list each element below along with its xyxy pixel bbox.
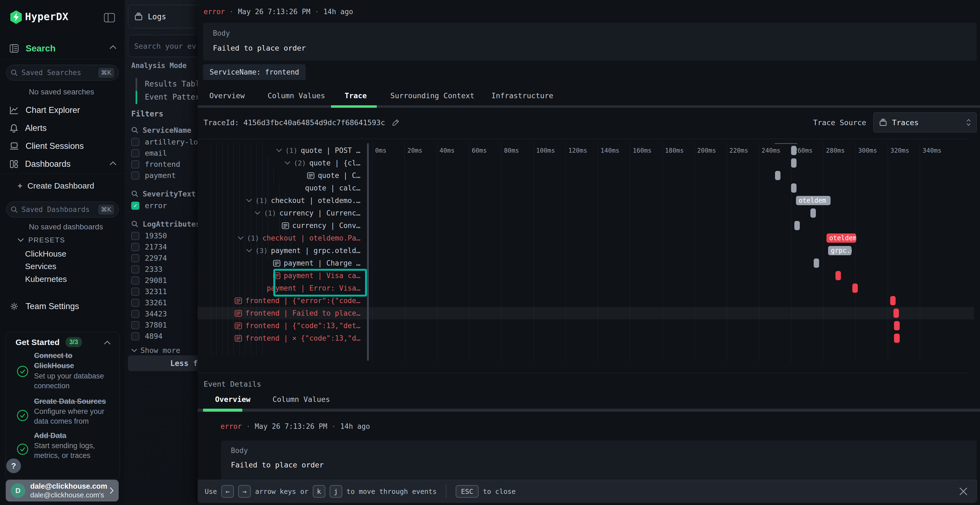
trace-source-select[interactable]: Traces	[873, 113, 977, 132]
filter-item-label: 4894	[145, 332, 162, 340]
saved-dashboards-input[interactable]: Saved Dashboards ⌘K	[6, 202, 119, 218]
hyperdx-logo-icon[interactable]	[10, 10, 22, 24]
span-bar-8[interactable]: oteldem	[826, 233, 856, 243]
checkbox-unchecked[interactable]	[131, 332, 139, 340]
gs-item-title[interactable]: Connect to ClickHouse	[34, 351, 108, 371]
tab-infrastructure[interactable]: Infrastructure	[492, 91, 554, 100]
span-bar-13[interactable]	[890, 296, 896, 305]
span-bar-11[interactable]	[835, 271, 841, 280]
span-bar-3[interactable]	[775, 171, 780, 180]
saved-searches-input[interactable]: Saved Searches ⌘K	[6, 65, 119, 81]
create-dashboard-button[interactable]: + Create Dashboard	[18, 179, 118, 192]
checkbox-unchecked[interactable]	[131, 276, 139, 284]
tab-trace[interactable]: Trace	[345, 91, 367, 100]
gridline	[501, 141, 501, 362]
span-bar-10[interactable]	[814, 259, 819, 268]
chevron-down-icon[interactable]	[276, 149, 282, 152]
span-bar-6[interactable]	[810, 208, 816, 218]
service-name-chip[interactable]: ServiceName: frontend	[203, 64, 306, 80]
tab-surrounding-context[interactable]: Surrounding Context	[390, 91, 474, 100]
edit-pencil-icon[interactable]	[392, 119, 399, 126]
span-row-4[interactable]: quote | calc…	[197, 182, 363, 194]
ed-tab-column-values[interactable]: Column Values	[272, 395, 330, 403]
span-bar-15[interactable]	[894, 321, 900, 330]
span-bar-2[interactable]	[791, 158, 797, 168]
gs-item-title[interactable]: Add Data	[34, 431, 116, 441]
checkbox-unchecked[interactable]	[131, 172, 139, 179]
span-bar-14[interactable]	[893, 308, 899, 318]
span-row-10[interactable]: payment | Charge …	[197, 257, 363, 269]
child-count: (1)	[255, 197, 267, 205]
span-label: quote | calc…	[305, 184, 361, 192]
get-started-header[interactable]: Get Started 3/3	[16, 337, 82, 347]
arrow-right-key[interactable]: →	[238, 485, 251, 498]
gs-item-title[interactable]: Create Data Sources	[34, 397, 121, 407]
presets-toggle[interactable]: PRESETS	[18, 234, 65, 246]
span-row-14[interactable]: frontend | Failed to place…	[197, 307, 363, 319]
hyperdx-app: HyperDX Search Saved Searches ⌘K No save…	[0, 0, 980, 505]
sidebar-item-alerts[interactable]: Alerts	[10, 122, 116, 134]
span-row-2[interactable]: (2)quote | {cl…	[197, 157, 363, 169]
span-row-3[interactable]: quote | C…	[197, 169, 363, 182]
span-bar-12[interactable]	[852, 284, 858, 293]
span-row-7[interactable]: currency | Conv…	[197, 219, 363, 232]
span-bar-7[interactable]	[794, 221, 800, 230]
span-bar-16[interactable]	[894, 333, 900, 343]
span-bar-9[interactable]: grpc.o	[828, 246, 851, 255]
chevron-down-icon[interactable]	[255, 211, 261, 215]
close-icon[interactable]	[959, 487, 968, 496]
chart-explorer-icon	[10, 106, 19, 114]
tab-overview[interactable]: Overview	[209, 91, 245, 100]
span-row-9[interactable]: (3)payment | grpc.oteld…	[197, 245, 363, 257]
checkbox-unchecked[interactable]	[131, 138, 139, 146]
analysis-mode-label: Analysis Mode	[131, 62, 187, 70]
k-key[interactable]: k	[313, 485, 325, 498]
span-bar-4[interactable]	[791, 183, 797, 193]
span-row-1[interactable]: (1)quote | POST …	[197, 144, 363, 157]
sidebar-item-client-sessions[interactable]: Client Sessions	[10, 140, 116, 152]
checkbox-checked[interactable]: ✓	[131, 202, 139, 210]
less-filters-button[interactable]: Less fil	[128, 355, 207, 371]
span-row-8[interactable]: (1)checkout | oteldemo.Pa…	[197, 232, 363, 245]
arrow-left-key[interactable]: ←	[221, 485, 234, 498]
collapse-sidebar-icon[interactable]	[104, 13, 115, 22]
checkbox-unchecked[interactable]	[131, 310, 139, 318]
sidebar-item-search[interactable]: Search	[10, 42, 116, 55]
preset-services[interactable]: Services	[25, 262, 56, 271]
preset-clickhouse[interactable]: ClickHouse	[25, 249, 67, 259]
preset-kubernetes[interactable]: Kubernetes	[25, 275, 67, 284]
checkbox-unchecked[interactable]	[131, 243, 139, 251]
span-bar-5[interactable]: oteldem	[796, 196, 830, 205]
span-row-6[interactable]: (1)currency | Currenc…	[197, 207, 363, 219]
gridline	[662, 141, 663, 362]
span-bar-1[interactable]	[791, 146, 797, 155]
checkbox-unchecked[interactable]	[131, 232, 139, 240]
sidebar-item-dashboards[interactable]: Dashboards	[10, 158, 116, 170]
chevron-down-icon[interactable]	[285, 161, 290, 165]
analysis-mode-results-table[interactable]: Results Table	[145, 79, 204, 89]
checkbox-unchecked[interactable]	[131, 287, 139, 296]
checkbox-unchecked[interactable]	[131, 254, 139, 262]
sidebar-item-team-settings[interactable]: Team Settings	[10, 300, 116, 313]
checkbox-unchecked[interactable]	[131, 299, 139, 307]
ed-tab-overview[interactable]: Overview	[215, 395, 250, 403]
tab-column-values[interactable]: Column Values	[267, 91, 325, 100]
span-row-5[interactable]: (1)checkout | oteldemo.…	[197, 194, 363, 207]
chevron-down-icon[interactable]	[246, 199, 252, 202]
span-row-16[interactable]: frontend | × {"code":13,"d…	[197, 332, 363, 345]
help-button[interactable]: ?	[6, 459, 21, 473]
chevron-down-icon[interactable]	[246, 249, 252, 252]
chevron-up-icon[interactable]	[104, 340, 111, 345]
checkbox-unchecked[interactable]	[131, 265, 139, 273]
esc-key[interactable]: ESC	[456, 485, 479, 498]
span-row-15[interactable]: frontend | {"code":13,"det…	[197, 319, 363, 332]
checkbox-unchecked[interactable]	[131, 160, 139, 168]
checkbox-unchecked[interactable]	[131, 321, 139, 329]
user-menu[interactable]: D dale@clickhouse.com dale@clickhouse.co…	[6, 480, 119, 502]
chevron-down-icon[interactable]	[238, 236, 243, 240]
j-key[interactable]: j	[330, 485, 342, 498]
child-count: (1)	[247, 234, 259, 242]
tree-scrollbar[interactable]	[367, 143, 369, 361]
sidebar-item-chart-explorer[interactable]: Chart Explorer	[10, 104, 116, 116]
checkbox-unchecked[interactable]	[131, 149, 139, 157]
